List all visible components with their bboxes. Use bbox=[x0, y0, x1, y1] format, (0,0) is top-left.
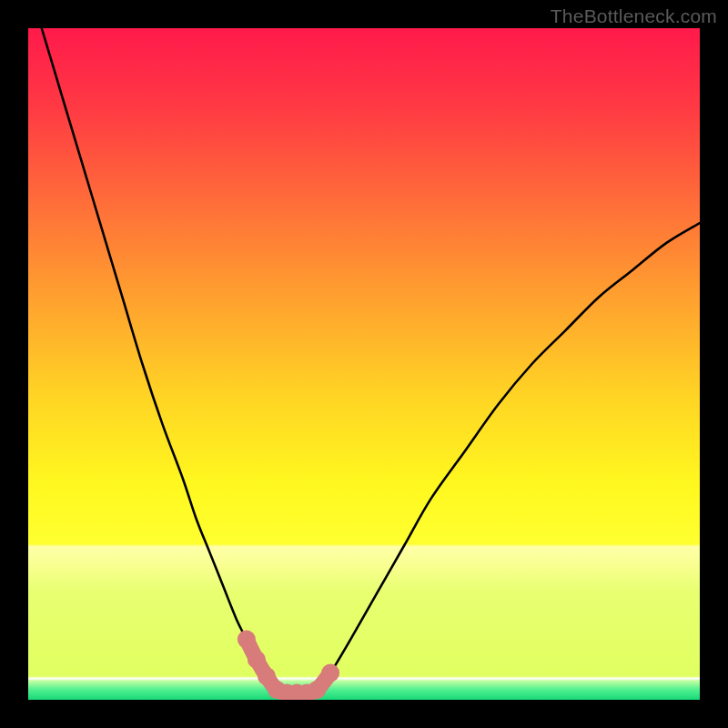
right-curve bbox=[317, 223, 700, 690]
valley-marker-dot bbox=[308, 681, 326, 699]
valley-marker-dot bbox=[248, 651, 266, 669]
plot-area bbox=[28, 28, 700, 700]
valley-markers bbox=[238, 631, 339, 700]
valley-marker-dot bbox=[238, 631, 256, 649]
chart-frame: TheBottleneck.com bbox=[0, 0, 728, 728]
valley-marker-dot bbox=[321, 663, 339, 682]
curves-layer bbox=[28, 28, 700, 700]
watermark-text: TheBottleneck.com bbox=[551, 5, 717, 27]
left-curve bbox=[42, 28, 277, 690]
